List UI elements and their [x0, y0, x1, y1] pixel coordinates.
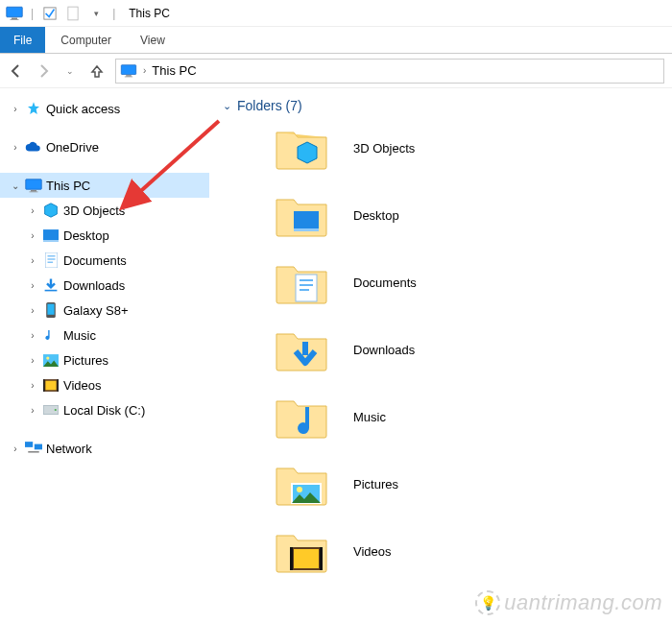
chevron-right-icon[interactable]: ›: [27, 380, 38, 391]
chevron-right-icon[interactable]: ›: [27, 405, 38, 416]
chevron-down-icon[interactable]: ⌄: [10, 180, 21, 191]
tab-file[interactable]: File: [0, 27, 45, 53]
folder-icon: [275, 259, 328, 305]
monitor-icon: [6, 5, 23, 22]
tree-label: Quick access: [46, 102, 120, 116]
recent-dropdown-icon[interactable]: ⌄: [61, 62, 79, 80]
folder-documents[interactable]: Documents: [275, 259, 672, 305]
svg-point-21: [46, 356, 49, 359]
address-bar[interactable]: › This PC: [115, 59, 664, 84]
chevron-right-icon[interactable]: ›: [10, 104, 21, 114]
chevron-right-icon[interactable]: ›: [27, 280, 38, 291]
chevron-right-icon[interactable]: ›: [27, 255, 38, 266]
tree-quick-access[interactable]: › Quick access: [0, 96, 209, 121]
tree-label: OneDrive: [46, 140, 99, 155]
svg-rect-6: [126, 75, 132, 76]
svg-point-38: [297, 487, 302, 492]
cloud-icon: [25, 138, 42, 156]
tree-item-downloads[interactable]: › Downloads: [0, 273, 209, 298]
folder-icon: [275, 326, 328, 372]
qat-dropdown-icon[interactable]: ▾: [87, 5, 105, 22]
tree-label: Music: [63, 328, 96, 343]
svg-rect-42: [320, 547, 323, 570]
tab-view[interactable]: View: [127, 27, 179, 53]
folder-icon: [275, 192, 328, 238]
bulb-icon: 💡: [475, 590, 500, 615]
watermark-text: uantrimang.com: [504, 590, 662, 615]
chevron-right-icon[interactable]: ›: [27, 230, 38, 241]
chevron-right-icon[interactable]: ›: [10, 142, 21, 153]
svg-rect-12: [43, 240, 59, 242]
svg-rect-34: [300, 279, 313, 281]
tree-item-music[interactable]: › Music: [0, 323, 209, 347]
svg-rect-11: [43, 229, 59, 240]
folder-label: Pictures: [353, 477, 398, 491]
tree-item-pictures[interactable]: › Pictures: [0, 347, 209, 372]
folder-desktop[interactable]: Desktop: [275, 192, 672, 238]
chevron-down-icon[interactable]: ⌄: [223, 100, 231, 112]
picture-icon: [42, 351, 60, 369]
tab-computer[interactable]: Computer: [47, 27, 125, 53]
svg-rect-25: [57, 379, 59, 392]
chevron-right-icon[interactable]: ›: [10, 443, 21, 454]
up-button[interactable]: [88, 62, 106, 80]
tree-item-documents[interactable]: › Documents: [0, 248, 209, 273]
tree-this-pc[interactable]: ⌄ This PC: [0, 173, 209, 198]
folder-pictures[interactable]: Pictures: [275, 461, 672, 507]
svg-rect-36: [300, 289, 309, 291]
tree-item-videos[interactable]: › Videos: [0, 372, 209, 397]
tree-item-desktop[interactable]: › Desktop: [0, 223, 209, 248]
content-pane: ⌄ Folders (7) 3D Objects Desktop D: [209, 88, 672, 623]
svg-rect-33: [296, 275, 317, 301]
tree-label: Pictures: [63, 353, 108, 368]
svg-rect-2: [11, 19, 19, 20]
chevron-right-icon[interactable]: ›: [27, 355, 38, 366]
group-label: Folders (7): [237, 98, 302, 113]
svg-rect-14: [47, 255, 55, 256]
tree-label: Local Disk (C:): [63, 403, 145, 418]
folder-icon: [275, 394, 328, 440]
chevron-right-icon[interactable]: ›: [27, 305, 38, 316]
svg-rect-0: [7, 7, 23, 17]
folder-3d-objects[interactable]: 3D Objects: [275, 125, 672, 171]
chevron-right-icon[interactable]: ›: [27, 330, 38, 341]
folder-label: Videos: [353, 544, 392, 559]
title-bar: | ▾ | This PC: [0, 0, 672, 27]
folder-label: 3D Objects: [353, 141, 415, 156]
folder-label: Music: [353, 410, 386, 424]
forward-button[interactable]: [35, 62, 52, 80]
cube-icon: [42, 202, 60, 219]
page-icon[interactable]: [64, 5, 82, 22]
svg-rect-29: [35, 443, 42, 449]
nav-tree: › Quick access › OneDrive ⌄ This PC ›: [0, 88, 209, 623]
download-icon: [42, 276, 60, 294]
group-header-folders[interactable]: ⌄ Folders (7): [223, 98, 672, 113]
tree-onedrive[interactable]: › OneDrive: [0, 134, 209, 159]
chevron-right-icon[interactable]: ›: [27, 205, 38, 216]
folder-icon: [275, 461, 328, 507]
desktop-icon: [42, 227, 60, 244]
chevron-right-icon[interactable]: ›: [143, 65, 146, 76]
folder-downloads[interactable]: Downloads: [275, 326, 672, 372]
monitor-icon: [25, 177, 42, 194]
checkbox-icon[interactable]: [41, 5, 59, 22]
folder-label: Documents: [353, 276, 417, 290]
back-button[interactable]: [8, 62, 25, 80]
tree-item-local-disk[interactable]: › Local Disk (C:): [0, 397, 209, 422]
phone-icon: [42, 301, 60, 319]
svg-rect-35: [300, 284, 313, 286]
tree-network[interactable]: › Network: [0, 436, 209, 461]
tree-item-galaxy[interactable]: › Galaxy S8+: [0, 298, 209, 323]
svg-rect-41: [290, 547, 293, 570]
svg-rect-19: [47, 304, 54, 315]
tree-label: This PC: [46, 179, 90, 193]
folder-music[interactable]: Music: [275, 394, 672, 440]
svg-rect-24: [43, 379, 45, 392]
svg-rect-23: [45, 380, 56, 390]
film-icon: [42, 376, 60, 394]
address-text[interactable]: This PC: [152, 63, 196, 78]
tree-label: 3D Objects: [63, 204, 125, 218]
window-title: This PC: [129, 7, 170, 20]
folder-videos[interactable]: Videos: [275, 528, 672, 574]
tree-item-3d-objects[interactable]: › 3D Objects: [0, 198, 209, 223]
